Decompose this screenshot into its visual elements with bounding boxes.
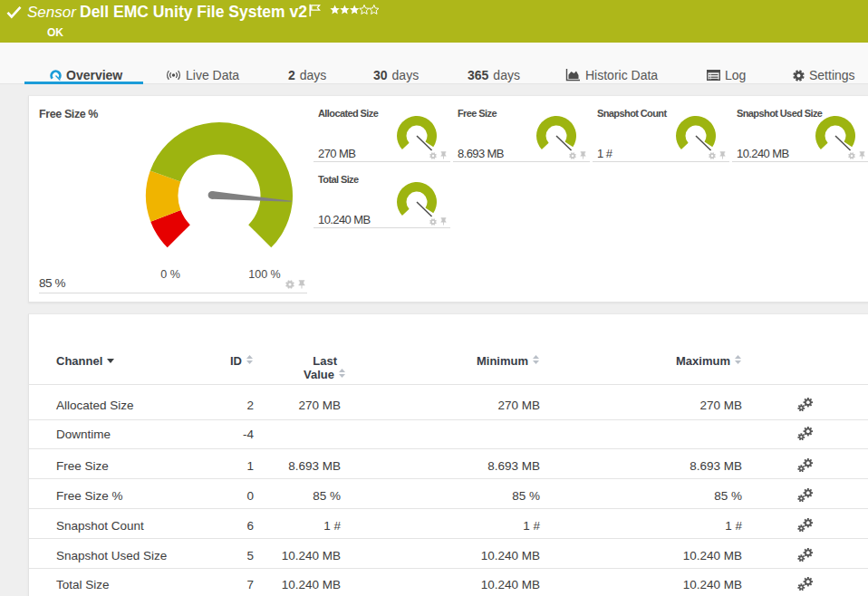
- mini-gauge-cell-icons: [429, 217, 447, 226]
- col-header-label: Channel: [56, 354, 102, 368]
- channel-name[interactable]: Snapshot Count: [56, 519, 144, 533]
- channel-name[interactable]: Total Size: [56, 578, 110, 591]
- sort-icon[interactable]: [338, 368, 346, 379]
- mini-gauge-title: Total Size: [318, 174, 359, 185]
- mini-gauge-title: Allocated Size: [318, 108, 378, 119]
- channel-id: 5: [246, 549, 254, 562]
- col-header-last-value[interactable]: LastValue: [304, 354, 346, 381]
- col-header-label: Maximum: [676, 354, 730, 368]
- header-separator: [29, 384, 868, 385]
- channel-id: 0: [246, 489, 254, 503]
- log-icon: [707, 70, 720, 81]
- tab-365-days[interactable]: 365 days: [468, 63, 520, 87]
- sort-icon[interactable]: [734, 354, 742, 365]
- priority-stars[interactable]: [330, 4, 382, 20]
- tab-2-days[interactable]: 2 days: [288, 63, 326, 87]
- col-header-id[interactable]: ID: [230, 354, 254, 368]
- tab-30-days[interactable]: 30 days: [373, 63, 419, 87]
- big-gauge-title: Free Size %: [39, 108, 98, 120]
- cell-underline: [593, 161, 729, 162]
- channel-id: -4: [243, 428, 254, 441]
- row-separator: [29, 419, 868, 420]
- mini-gauge-cell-icons: [709, 151, 726, 159]
- channel-id: 2: [246, 399, 254, 412]
- big-gauge-cell-icons: [285, 280, 305, 289]
- row-separator: [29, 478, 868, 479]
- tab-log[interactable]: Log: [707, 63, 746, 87]
- gear-icon[interactable]: [569, 152, 576, 159]
- col-header-label: ID: [230, 354, 242, 368]
- channel-last-value: 270 MB: [298, 399, 341, 412]
- channel-name[interactable]: Free Size: [56, 459, 109, 473]
- channel-id: 6: [246, 519, 254, 533]
- cell-underline: [453, 161, 590, 162]
- channel-name[interactable]: Downtime: [56, 428, 111, 441]
- mini-gauge-value: 270 MB: [318, 147, 355, 160]
- settings-gear-icon: [793, 70, 805, 82]
- star-outline-icon[interactable]: [360, 5, 369, 14]
- channel-minimum: 10.240 MB: [481, 549, 540, 562]
- cell-underline: [313, 161, 450, 162]
- historic-data-icon: [565, 69, 581, 82]
- gear-icon[interactable]: [429, 152, 437, 159]
- star-filled-icon[interactable]: [340, 5, 349, 14]
- sensor-header: Sensor Dell EMC Unity File System v2 OK: [0, 0, 868, 43]
- gear-icon[interactable]: [709, 152, 716, 159]
- pin-icon[interactable]: [298, 280, 305, 289]
- mini-gauge-value: 1 #: [597, 147, 612, 160]
- channel-name[interactable]: Allocated Size: [56, 399, 134, 412]
- pin-icon[interactable]: [580, 151, 586, 159]
- big-gauge-min-label: 0 %: [150, 268, 190, 281]
- gear-icon[interactable]: [285, 280, 294, 289]
- channel-id: 7: [246, 578, 254, 591]
- sensor-status-badge: OK: [47, 26, 63, 39]
- row-separator: [29, 448, 868, 449]
- pin-icon[interactable]: [440, 217, 447, 226]
- object-kind-label: Sensor: [27, 4, 76, 22]
- mini-gauge-title: Free Size: [458, 108, 497, 119]
- channel-settings-gears-icon[interactable]: [797, 488, 815, 502]
- channel-minimum: 8.693 MB: [487, 459, 540, 473]
- star-filled-icon[interactable]: [330, 5, 339, 14]
- mini-gauge-value: 10.240 MB: [737, 147, 788, 160]
- tab-historic-data[interactable]: Historic Data: [565, 63, 658, 87]
- sort-icon[interactable]: [532, 354, 540, 365]
- col-header-channel[interactable]: Channel: [56, 354, 115, 368]
- pin-icon[interactable]: [440, 151, 447, 159]
- channel-settings-gears-icon[interactable]: [797, 548, 815, 562]
- channel-last-value: 10.240 MB: [282, 549, 341, 562]
- mini-gauge-value: 10.240 MB: [318, 213, 370, 226]
- tab-settings[interactable]: Settings: [793, 63, 855, 87]
- sort-icon[interactable]: [246, 354, 254, 365]
- gear-icon[interactable]: [848, 152, 855, 159]
- col-header-label: Last: [304, 354, 337, 368]
- channel-maximum: 85 %: [714, 489, 742, 503]
- pin-icon[interactable]: [859, 151, 865, 159]
- channel-settings-gears-icon[interactable]: [797, 427, 815, 440]
- channel-settings-gears-icon[interactable]: [797, 577, 815, 591]
- tab-live-data[interactable]: Live Data: [166, 63, 239, 87]
- mini-gauge-cell-icons: [429, 151, 447, 159]
- channel-name[interactable]: Free Size %: [56, 489, 123, 503]
- channels-panel: ChannelIDLastValueMinimumMaximumAllocate…: [28, 313, 868, 596]
- big-gauge: [143, 119, 306, 264]
- channel-name[interactable]: Snapshot Used Size: [56, 549, 167, 562]
- channel-minimum: 85 %: [512, 489, 540, 503]
- flag-icon[interactable]: [309, 4, 322, 17]
- big-gauge-max-label: 100 %: [245, 268, 285, 281]
- live-data-icon: [166, 70, 181, 81]
- channel-maximum: 8.693 MB: [690, 459, 742, 473]
- channel-last-value: 10.240 MB: [282, 578, 341, 591]
- star-outline-icon[interactable]: [370, 5, 379, 14]
- pin-icon[interactable]: [719, 151, 726, 159]
- col-header-maximum[interactable]: Maximum: [676, 354, 742, 368]
- mini-gauge-value: 8.693 MB: [458, 147, 504, 160]
- tab-bar: Overview Live Data 2 days 30 days 365 da…: [0, 43, 868, 84]
- gear-icon[interactable]: [429, 218, 437, 226]
- channel-settings-gears-icon[interactable]: [797, 518, 815, 532]
- star-filled-icon[interactable]: [350, 5, 359, 14]
- col-header-minimum[interactable]: Minimum: [477, 354, 540, 368]
- row-separator: [29, 508, 868, 509]
- channel-settings-gears-icon[interactable]: [797, 398, 815, 411]
- channel-settings-gears-icon[interactable]: [797, 458, 815, 472]
